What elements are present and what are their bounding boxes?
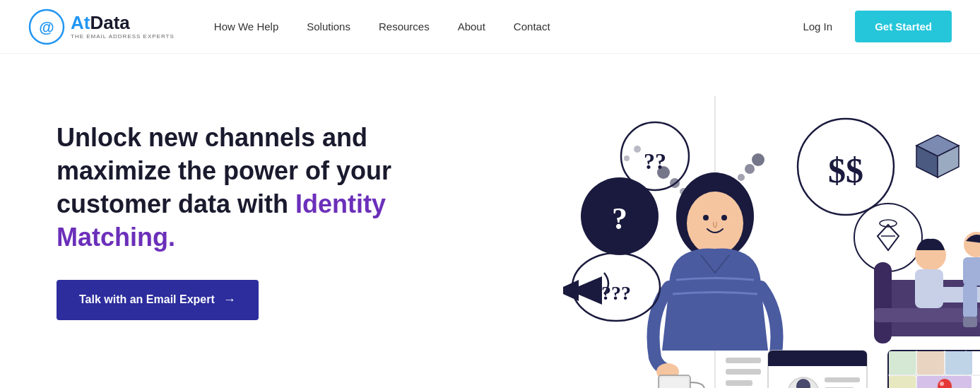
svg-rect-48 [963,317,977,327]
svg-point-75 [634,146,641,153]
svg-rect-43 [915,269,943,308]
svg-text:$$: $$ [828,151,863,190]
illustration-svg: .stroke-dark { stroke: #1a1a3e; fill: no… [450,54,980,388]
svg-point-28 [738,174,745,181]
nav-item-contact[interactable]: Contact [502,15,562,38]
svg-rect-14 [661,377,688,388]
svg-point-15 [680,188,687,195]
svg-rect-57 [945,351,972,375]
hero-cta-label: Talk with an Email Expert [79,293,215,306]
svg-point-10 [703,215,709,221]
svg-rect-47 [963,283,977,319]
svg-text:?: ? [612,201,627,236]
hero-cta-button[interactable]: Talk with an Email Expert → [57,280,259,320]
svg-rect-55 [889,351,916,375]
nav-item-about[interactable]: About [447,15,497,38]
logo-tagline: THE EMAIL ADDRESS EXPERTS [71,33,175,40]
logo-name: AtData [71,13,175,32]
svg-rect-58 [889,376,916,388]
svg-point-37 [880,220,897,227]
hero-illustration: .stroke-dark { stroke: #1a1a3e; fill: no… [450,54,980,388]
svg-rect-72 [726,380,752,386]
nav-item-how-we-help[interactable]: How We Help [203,15,290,38]
svg-rect-70 [726,358,761,363]
hero-headline: Unlock new channels and maximize the pow… [57,122,452,254]
svg-point-61 [940,382,944,386]
svg-point-34 [854,204,922,271]
logo-icon: @ [28,8,65,45]
hero-cta-arrow-icon: → [223,293,236,307]
svg-rect-56 [917,351,944,375]
nav-item-solutions[interactable]: Solutions [295,15,362,38]
svg-text:@: @ [39,18,54,36]
svg-marker-24 [577,276,602,305]
nav-right: Log In Get Started [791,11,952,42]
logo[interactable]: @ AtData THE EMAIL ADDRESS EXPERTS [28,8,175,45]
get-started-button[interactable]: Get Started [855,11,952,42]
svg-point-29 [745,164,755,174]
svg-marker-25 [563,280,579,301]
svg-rect-67 [825,377,860,382]
svg-rect-71 [726,369,761,375]
logo-text: AtData THE EMAIL ADDRESS EXPERTS [71,13,175,40]
svg-point-74 [624,155,630,161]
navbar: @ AtData THE EMAIL ADDRESS EXPERTS How W… [0,0,980,54]
svg-point-9 [687,192,743,255]
hero-content: Unlock new channels and maximize the pow… [57,122,452,319]
svg-text:??: ?? [644,148,666,174]
logo-name-at: At [71,12,90,33]
hero-section: Unlock new channels and maximize the pow… [0,54,980,388]
svg-marker-35 [878,225,899,250]
svg-point-30 [752,153,764,166]
nav-links: How We Help Solutions Resources About Co… [203,15,792,38]
svg-rect-46 [963,257,980,286]
logo-name-data: Data [90,12,129,33]
svg-rect-64 [768,360,867,366]
svg-point-11 [721,215,727,221]
nav-item-resources[interactable]: Resources [367,15,441,38]
login-button[interactable]: Log In [791,15,844,38]
svg-rect-39 [874,262,892,343]
